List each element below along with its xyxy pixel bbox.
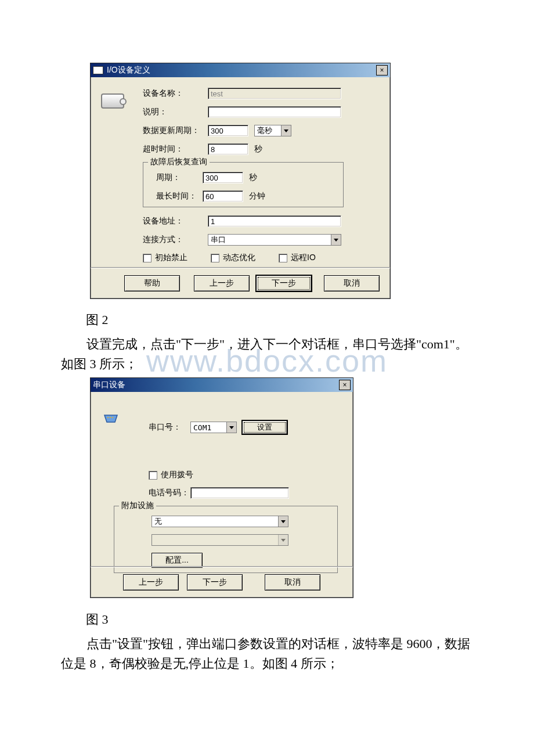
max-time-input[interactable] — [203, 190, 243, 202]
extra-select-1-value: 无 — [152, 516, 278, 527]
checkbox-icon — [211, 254, 219, 262]
remote-io-checkbox[interactable]: 远程IO — [279, 253, 316, 263]
timeout-input[interactable] — [208, 143, 248, 155]
titlebar: I/O设备定义 × — [91, 63, 390, 77]
window-title: I/O设备定义 — [107, 65, 150, 75]
io-device-dialog: I/O设备定义 × 设备名称： 说明： 数据更新周期： — [90, 63, 391, 299]
checkbox-icon — [143, 254, 151, 262]
cancel-button[interactable]: 取消 — [324, 275, 380, 291]
com-port-select[interactable]: COM1 — [190, 422, 237, 433]
help-button[interactable]: 帮助 — [124, 275, 180, 291]
max-time-unit: 分钟 — [249, 191, 265, 201]
chevron-down-icon — [331, 235, 341, 245]
svg-point-0 — [107, 417, 109, 418]
extra-select-1[interactable]: 无 — [151, 516, 288, 527]
checkbox-icon — [279, 254, 287, 262]
update-period-input[interactable] — [208, 125, 248, 136]
com-port-value: COM1 — [191, 423, 226, 432]
use-dial-checkbox[interactable]: 使用拨号 — [149, 470, 193, 480]
extra-select-2 — [151, 534, 288, 546]
cancel-button[interactable]: 取消 — [265, 574, 320, 591]
next-button[interactable]: 下一步 — [255, 275, 312, 292]
config-button[interactable]: 配置... — [151, 553, 203, 568]
close-button[interactable]: × — [339, 380, 351, 390]
group-extra-title: 附加设施 — [119, 501, 156, 511]
label-cycle: 周期： — [156, 172, 203, 183]
remote-io-label: 远程IO — [291, 253, 316, 263]
phone-input[interactable] — [190, 487, 289, 499]
figure-caption-2: 图 2 — [86, 311, 109, 329]
next-button[interactable]: 下一步 — [187, 574, 243, 591]
figure-caption-3: 图 3 — [86, 611, 109, 628]
label-desc: 说明： — [143, 107, 208, 117]
svg-point-2 — [112, 417, 113, 418]
group-recover-title: 故障后恢复查询 — [148, 157, 210, 167]
cycle-input[interactable] — [203, 172, 243, 183]
label-update-period: 数据更新周期： — [143, 125, 208, 136]
close-button[interactable]: × — [376, 65, 388, 75]
prev-button[interactable]: 上一步 — [123, 574, 179, 591]
label-max-time: 最长时间： — [156, 191, 203, 201]
label-phone: 电话号码： — [149, 488, 190, 498]
label-com-port: 串口号： — [149, 422, 190, 433]
checkbox-icon — [149, 471, 157, 480]
settings-button[interactable]: 设置 — [241, 420, 288, 435]
dyn-opt-checkbox[interactable]: 动态优化 — [211, 253, 255, 263]
device-icon — [101, 93, 124, 109]
titlebar: 串口设备 × — [91, 378, 353, 392]
chevron-down-icon — [278, 516, 288, 527]
chevron-down-icon — [278, 535, 288, 545]
init-disable-checkbox[interactable]: 初始禁止 — [143, 253, 187, 263]
prev-button[interactable]: 上一步 — [194, 275, 250, 291]
address-input[interactable] — [208, 215, 341, 227]
timeout-unit: 秒 — [254, 144, 262, 154]
label-address: 设备地址： — [143, 216, 208, 226]
update-unit-value: 毫秒 — [255, 125, 281, 136]
desc-input[interactable] — [208, 106, 341, 118]
serial-device-dialog: 串口设备 × 串口号： COM1 — [90, 377, 353, 598]
svg-point-1 — [110, 417, 111, 418]
paragraph-2: 点击"设置"按钮，弹出端口参数设置的对话框，波特率是 9600，数据位是 8，奇… — [61, 634, 479, 674]
connect-select[interactable]: 串口 — [208, 234, 341, 246]
chevron-down-icon — [226, 422, 236, 433]
init-disable-label: 初始禁止 — [155, 253, 187, 263]
dyn-opt-label: 动态优化 — [223, 253, 255, 263]
label-connect: 连接方式： — [143, 235, 208, 245]
paragraph-1: 设置完成，点击"下一步"，进入下一个对话框，串口号选择"com1"。如图 3 所… — [61, 334, 479, 374]
use-dial-label: 使用拨号 — [161, 470, 193, 480]
window-icon — [93, 66, 103, 74]
connect-value: 串口 — [208, 235, 331, 245]
window-title: 串口设备 — [93, 380, 125, 390]
update-unit-select[interactable]: 毫秒 — [254, 125, 291, 136]
label-device-name: 设备名称： — [143, 88, 208, 99]
serial-port-icon — [102, 412, 120, 427]
cycle-unit: 秒 — [249, 172, 257, 183]
label-timeout: 超时时间： — [143, 144, 208, 154]
device-name-input[interactable] — [208, 88, 341, 99]
chevron-down-icon — [281, 125, 291, 136]
